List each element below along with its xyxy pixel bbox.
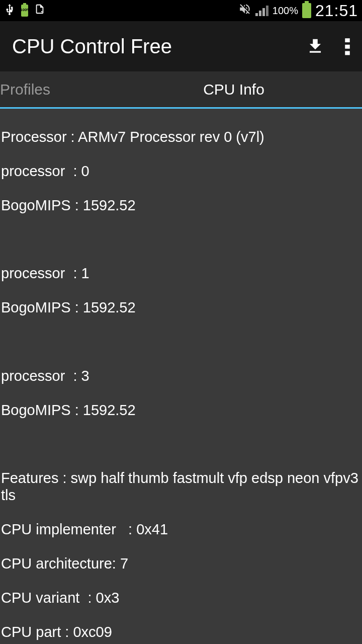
cpu-line: BogoMIPS : 1592.52 — [1, 299, 361, 316]
cpu-line: BogoMIPS : 1592.52 — [1, 402, 361, 419]
tab-profiles[interactable]: Profiles — [0, 71, 106, 107]
status-bar: 100% 100% 21:51 — [0, 0, 362, 21]
cpu-info-content: Processor : ARMv7 Processor rev 0 (v7l) … — [0, 109, 362, 644]
cpu-line: Features : swp half thumb fastmult vfp e… — [1, 470, 361, 504]
cpu-line: CPU part : 0xc09 — [1, 624, 361, 641]
svg-rect-2 — [345, 51, 350, 55]
app-bar: CPU Control Free — [0, 21, 362, 71]
cpu-line — [1, 334, 361, 351]
tab-profiles-label: Profiles — [0, 81, 50, 98]
cpu-line: BogoMIPS : 1592.52 — [1, 197, 361, 214]
status-left: 100% — [4, 2, 45, 19]
battery-icon — [302, 3, 311, 18]
svg-rect-1 — [345, 45, 350, 49]
status-right: 100% 21:51 — [238, 2, 358, 20]
overflow-menu-icon[interactable] — [345, 37, 350, 56]
cpu-line: processor : 1 — [1, 265, 361, 282]
svg-rect-0 — [345, 38, 350, 42]
document-icon — [34, 3, 45, 19]
tab-cpu-info[interactable]: CPU Info — [106, 71, 362, 107]
battery-small-icon: 100% — [21, 5, 28, 17]
signal-icon — [255, 5, 268, 16]
cpu-line: CPU implementer : 0x41 — [1, 521, 361, 538]
cpu-line: CPU variant : 0x3 — [1, 590, 361, 607]
app-title: CPU Control Free — [12, 35, 172, 58]
usb-icon — [4, 2, 15, 19]
battery-percent-text: 100% — [273, 5, 298, 17]
cpu-line: processor : 3 — [1, 368, 361, 385]
cpu-line: processor : 0 — [1, 163, 361, 180]
battery-small-label: 100% — [20, 8, 30, 12]
mute-icon — [238, 3, 251, 19]
cpu-line — [1, 436, 361, 453]
app-actions — [306, 37, 350, 56]
tab-bar: Profiles CPU Info — [0, 71, 362, 109]
tab-cpu-info-label: CPU Info — [108, 71, 360, 107]
cpu-line — [1, 231, 361, 248]
download-icon[interactable] — [306, 37, 325, 56]
clock-text: 21:51 — [315, 2, 358, 20]
cpu-line: CPU architecture: 7 — [1, 555, 361, 573]
cpu-line: Processor : ARMv7 Processor rev 0 (v7l) — [1, 129, 361, 146]
